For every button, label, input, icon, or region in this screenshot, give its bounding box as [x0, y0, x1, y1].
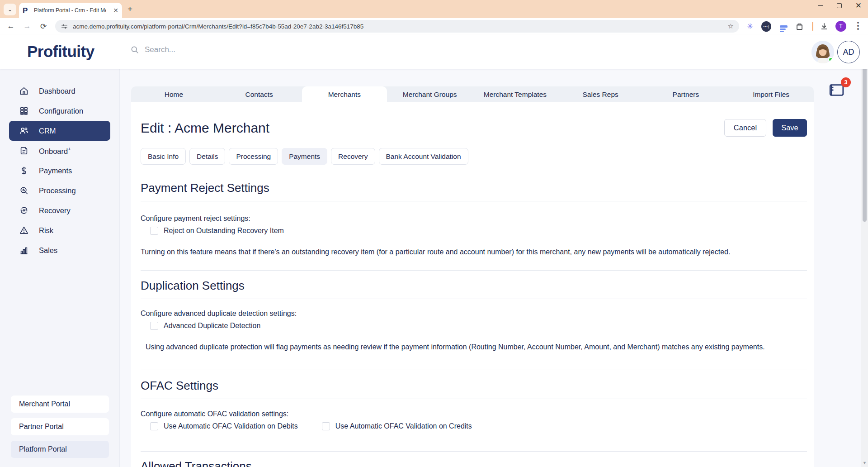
sidebar-item-processing[interactable]: Processing [0, 181, 119, 200]
tab-contacts[interactable]: Contacts [217, 86, 302, 102]
browser-toolbar: ← → ⟳ acme.demo.profituity.com/platform-… [0, 18, 868, 34]
recovery-icon [19, 205, 29, 215]
tab-merchants[interactable]: Merchants [302, 86, 387, 102]
main-content: 3 Home Contacts Merchants Merchant Group… [120, 69, 861, 467]
subtab-payments[interactable]: Payments [282, 148, 327, 165]
checkbox-label: Advanced Duplicate Detection [164, 322, 260, 330]
browser-profile-avatar[interactable]: T [835, 21, 846, 32]
window-maximize-button[interactable] [837, 3, 842, 8]
divider [141, 201, 807, 201]
search-input[interactable] [145, 45, 294, 54]
tab-title: Platform Portal - Crm - Edit Mer [34, 7, 106, 14]
divider [141, 399, 807, 399]
platform-portal-button[interactable]: Platform Portal [11, 441, 109, 458]
subtab-recovery[interactable]: Recovery [331, 148, 375, 165]
section-heading: Duplication Settings [141, 279, 807, 293]
home-icon [19, 86, 29, 96]
sidebar-item-recovery[interactable]: Recovery [0, 200, 119, 220]
tab-search-button[interactable]: ⌄ [4, 4, 16, 15]
merchant-portal-button[interactable]: Merchant Portal [11, 396, 109, 413]
window-minimize-button[interactable] [818, 5, 823, 6]
divider [141, 299, 807, 299]
extension-bars-icon[interactable] [778, 21, 788, 31]
section-ofac-settings: OFAC Settings Configure automatic OFAC v… [141, 370, 807, 430]
save-button[interactable]: Save [773, 119, 807, 137]
tab-merchant-groups[interactable]: Merchant Groups [387, 86, 472, 102]
section-description: Using advanced duplicate protection will… [141, 343, 807, 351]
browser-tab[interactable]: P Platform Portal - Crm - Edit Mer ✕ [19, 3, 122, 18]
section-intro: Configure automatic OFAC validation sett… [141, 410, 807, 418]
sales-icon [19, 245, 29, 255]
section-heading: Payment Reject Settings [141, 181, 807, 195]
user-initials-badge[interactable]: AD [837, 41, 860, 63]
sidebar-item-payments[interactable]: Payments [0, 161, 119, 181]
forward-button[interactable]: → [22, 22, 33, 31]
tab-import-files[interactable]: Import Files [728, 86, 814, 102]
subtab-details[interactable]: Details [189, 148, 225, 165]
partner-portal-button[interactable]: Partner Portal [11, 418, 109, 435]
section-intro: Configure payment reject settings: [141, 214, 807, 223]
crm-tab-bar: Home Contacts Merchants Merchant Groups … [131, 86, 814, 102]
payments-icon [19, 166, 29, 176]
new-tab-button[interactable]: + [127, 4, 132, 14]
back-button[interactable]: ← [5, 22, 16, 31]
cancel-button[interactable]: Cancel [724, 119, 766, 137]
password-manager-icon[interactable]: •••| [761, 21, 771, 31]
browser-menu-icon[interactable]: ••• [854, 21, 862, 31]
sidebar-item-crm[interactable]: CRM [9, 121, 110, 141]
window-close-button[interactable]: ✕ [855, 2, 862, 10]
app-logo[interactable]: Profituity [27, 43, 94, 61]
advanced-duplicate-detection-checkbox[interactable] [150, 322, 158, 330]
ofac-validation-debits-checkbox[interactable] [150, 422, 158, 430]
risk-icon [19, 225, 29, 235]
page-scrollbar[interactable]: ▲ ▼ [861, 34, 868, 467]
divider [141, 451, 807, 452]
edit-merchant-card: Edit : Acme Merchant Cancel Save Basic I… [131, 102, 814, 467]
tab-partners[interactable]: Partners [643, 86, 729, 102]
notifications-panel-button[interactable]: 3 [828, 82, 849, 100]
checkbox-label: Reject on Outstanding Recovery Item [164, 227, 284, 235]
onboard-icon [19, 146, 29, 156]
section-description: Turning on this feature means that if th… [141, 248, 807, 256]
checkbox-label: Use Automatic OFAC Validation on Credits [335, 422, 472, 430]
url-text[interactable]: acme.demo.profituity.com/platform-portal… [73, 23, 724, 30]
reload-button[interactable]: ⟳ [38, 22, 49, 31]
app-header: Profituity AD [0, 34, 868, 69]
toolbar-separator [812, 22, 813, 31]
tab-merchant-templates[interactable]: Merchant Templates [472, 86, 558, 102]
subtab-processing[interactable]: Processing [229, 148, 278, 165]
ofac-validation-credits-checkbox[interactable] [322, 422, 330, 430]
global-search[interactable] [130, 45, 311, 54]
page-title: Edit : Acme Merchant [141, 120, 269, 136]
subtab-basic-info[interactable]: Basic Info [141, 148, 186, 165]
reject-on-outstanding-recovery-item-checkbox[interactable] [150, 227, 158, 235]
user-avatar[interactable] [811, 41, 834, 63]
browser-tab-strip: ⌄ P Platform Portal - Crm - Edit Mer ✕ +… [0, 0, 868, 18]
sidebar-item-dashboard[interactable]: Dashboard [0, 81, 119, 101]
address-bar[interactable]: acme.demo.profituity.com/platform-portal… [55, 20, 739, 33]
downloads-icon[interactable] [819, 21, 829, 31]
bookmark-star-icon[interactable]: ☆ [728, 22, 734, 30]
extension-asterisk-icon[interactable]: ✳ [745, 21, 755, 31]
configuration-icon [19, 106, 29, 116]
extensions-icon[interactable] [794, 21, 804, 31]
site-info-icon[interactable] [61, 23, 68, 30]
tab-home[interactable]: Home [131, 86, 217, 102]
sidebar-item-sales[interactable]: Sales [0, 240, 119, 260]
section-duplication-settings: Duplication Settings Configure advanced … [141, 270, 807, 351]
scroll-down-arrow[interactable]: ▼ [863, 461, 867, 465]
section-intro: Configure advanced duplicate detection s… [141, 310, 807, 318]
merchant-subtabs: Basic Info Details Processing Payments R… [141, 148, 807, 165]
tab-close-icon[interactable]: ✕ [113, 7, 118, 14]
favicon: P [23, 7, 30, 14]
tab-sales-reps[interactable]: Sales Reps [558, 86, 643, 102]
scrollbar-thumb[interactable] [863, 59, 867, 222]
crm-icon [19, 126, 29, 136]
subtab-bank-account-validation[interactable]: Bank Account Validation [379, 148, 468, 165]
section-heading: Allowed Transactions [141, 459, 807, 467]
sidebar-item-configuration[interactable]: Configuration [0, 101, 119, 121]
sidebar-item-onboard[interactable]: Onboard+ [0, 141, 119, 161]
checkbox-label: Use Automatic OFAC Validation on Debits [164, 422, 298, 430]
processing-icon [19, 186, 29, 195]
sidebar-item-risk[interactable]: Risk [0, 220, 119, 240]
